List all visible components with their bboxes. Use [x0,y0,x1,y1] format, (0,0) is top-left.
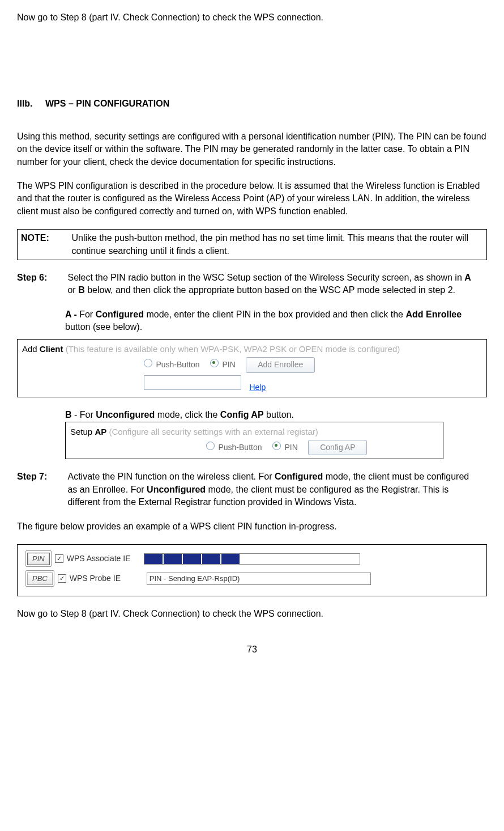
step-6-label: Step 6: [17,272,65,284]
a-b2: Add Enrollee [405,309,462,319]
radio-push-button-label-a: Push-Button [156,360,199,369]
last-line: Now go to Step 8 (part IV. Check Connect… [17,608,487,620]
fig-b-gray: (Configure all security settings with an… [106,427,318,436]
section-number: IIIb. [17,97,33,110]
fig-a-bold: Client [40,344,63,354]
wps-associate-label: WPS Associate IE [67,553,140,565]
radio-push-button-b[interactable] [206,442,215,450]
a-prefix: A - [65,309,79,319]
step-6-b: B - For Unconfigured mode, click the Con… [65,409,487,421]
step6-t2: or [67,285,78,295]
radio-pin-b[interactable] [272,442,281,450]
step6-bold-b: B [78,285,85,295]
fig-a-title: Add Client (This feature is available on… [22,343,482,355]
b-prefix: B [65,410,72,419]
status-text: PIN - Sending EAP-Rsp(ID) [147,573,371,585]
step6-t1: Select the PIN radio button in the WSC S… [67,273,464,282]
step-7: Step 7: Activate the PIN function on the… [17,470,487,508]
a-t2: mode, enter the client PIN in the box pr… [144,309,406,319]
a-t3: button (see below). [65,322,142,332]
b-b2: Config AP [220,410,264,419]
figure-add-client: Add Client (This feature is available on… [17,339,487,397]
wps-probe-label: WPS Probe IE [70,573,143,584]
step-6-text: Select the PIN radio button in the WSC S… [67,272,481,297]
radio-push-button-label-b: Push-Button [218,443,262,452]
fig-b-bold: AP [95,427,106,436]
step6-t3: below, and then click the appropriate bu… [85,285,455,295]
a-t1: For [79,309,95,319]
progress-bar [144,553,360,565]
pbc-button[interactable]: PBC [27,573,53,585]
pbc-button-container: PBC [25,570,54,587]
a-b1: Configured [96,309,144,319]
step-7-label: Step 7: [17,470,65,483]
note-label: NOTE: [21,232,69,244]
radio-push-button-a[interactable] [144,359,152,367]
page-number: 73 [17,643,487,656]
fig-b-prefix: Setup [70,427,95,436]
pin-button-container: PIN [25,550,52,567]
note-box: NOTE: Unlike the push-button method, the… [17,229,487,260]
progress-block [221,554,240,564]
progress-block [164,554,182,564]
section-title-text: WPS – PIN CONFIGURATION [45,99,169,108]
paragraph-1: Using this method, security settings are… [17,130,487,168]
progress-block [144,554,163,564]
intro-line: Now go to Step 8 (part IV. Check Connect… [17,11,487,24]
radio-pin-label-a: PIN [222,360,235,369]
add-enrollee-button[interactable]: Add Enrollee [246,357,315,373]
s7-t1: Activate the PIN function on the wireles… [67,472,275,481]
paragraph-3: The figure below provides an example of … [17,520,487,533]
b-t3: button. [264,410,294,419]
step6-bold-a: A [464,273,471,282]
wps-probe-checkbox[interactable]: ✓ [58,574,66,583]
section-heading: IIIb. WPS – PIN CONFIGURATION [17,97,487,110]
s7-b1: Configured [275,472,323,481]
pin-input[interactable] [144,375,241,390]
fig-a-prefix: Add [22,344,40,354]
wps-associate-checkbox[interactable]: ✓ [55,554,63,563]
figure-setup-ap: Setup AP (Configure all security setting… [65,422,443,460]
b-t1: - For [72,410,96,419]
step-6-a: A - For Configured mode, enter the clien… [65,308,487,334]
help-link[interactable]: Help [249,383,266,392]
figure-progress: PIN ✓ WPS Associate IE PBC ✓ WPS Probe I… [17,544,487,596]
progress-block [202,554,220,564]
b-t2: mode, click the [155,410,220,419]
fig-a-gray: (This feature is available only when WPA… [63,344,400,354]
s7-b2: Unconfigured [147,485,206,494]
pin-button[interactable]: PIN [27,553,50,565]
progress-block [183,554,201,564]
config-ap-button[interactable]: Config AP [308,440,367,456]
radio-pin-a[interactable] [210,359,219,367]
paragraph-2: The WPS PIN configuration is described i… [17,180,487,218]
radio-pin-label-b: PIN [284,443,297,452]
step-7-text: Activate the PIN function on the wireles… [67,470,481,508]
step-6: Step 6: Select the PIN radio button in t… [17,272,487,297]
b-b1: Unconfigured [96,410,155,419]
note-text: Unlike the push-button method, the pin m… [71,232,479,257]
fig-b-title: Setup AP (Configure all security setting… [70,426,438,438]
